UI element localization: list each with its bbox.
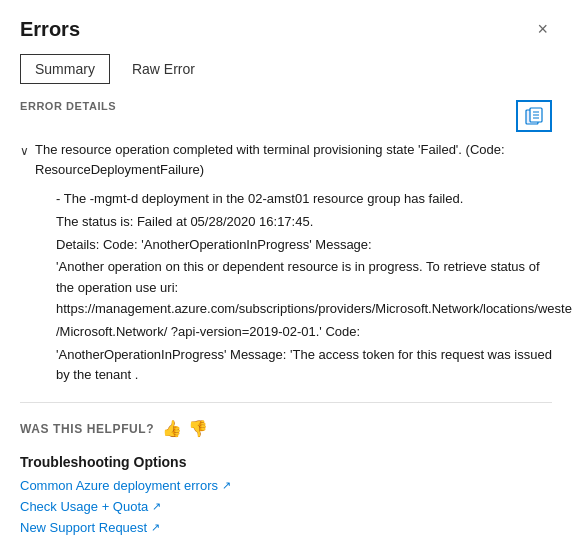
new-support-request-link[interactable]: New Support Request ↗ [20, 520, 552, 535]
troubleshooting-links: Common Azure deployment errors ↗ Check U… [20, 478, 552, 535]
error-main-row: ∨ The resource operation completed with … [20, 140, 552, 179]
dialog-title: Errors [20, 18, 80, 41]
error-detail-line6: 'AnotherOperationInProgress' Message: 'T… [56, 345, 552, 387]
external-link-icon-1: ↗ [222, 479, 231, 492]
errors-dialog: Errors × Summary Raw Error ERROR DETAILS… [0, 0, 572, 551]
tabs-container: Summary Raw Error [0, 54, 572, 84]
close-button[interactable]: × [533, 16, 552, 42]
thumbs-up-button[interactable]: 👍 [162, 419, 182, 438]
tab-raw-error[interactable]: Raw Error [118, 55, 209, 83]
external-link-icon-2: ↗ [152, 500, 161, 513]
error-details-header: ERROR DETAILS [0, 100, 572, 132]
error-detail-line2: The status is: Failed at 05/28/2020 16:1… [56, 212, 552, 233]
section-divider [20, 402, 552, 403]
error-detail-line4: 'Another operation on this or dependent … [56, 257, 552, 319]
troubleshooting-section: Troubleshooting Options Common Azure dep… [0, 454, 572, 535]
error-details-label: ERROR DETAILS [20, 100, 116, 112]
thumbs-down-button[interactable]: 👎 [188, 419, 208, 438]
common-azure-errors-link[interactable]: Common Azure deployment errors ↗ [20, 478, 552, 493]
copy-button[interactable] [516, 100, 552, 132]
error-main-text: The resource operation completed with te… [35, 140, 552, 179]
copy-icon [524, 106, 544, 126]
check-usage-quota-link[interactable]: Check Usage + Quota ↗ [20, 499, 552, 514]
error-detail-line3: Details: Code: 'AnotherOperationInProgre… [56, 235, 552, 256]
helpful-section: WAS THIS HELPFUL? 👍 👎 [0, 419, 572, 438]
troubleshooting-title: Troubleshooting Options [20, 454, 552, 470]
error-detail-block: - The -mgmt-d deployment in the 02-amst0… [56, 189, 552, 386]
helpful-label: WAS THIS HELPFUL? 👍 👎 [20, 419, 552, 438]
dialog-header: Errors × [0, 0, 572, 54]
error-detail-line1: - The -mgmt-d deployment in the 02-amst0… [56, 189, 552, 210]
helpful-icons: 👍 👎 [162, 419, 208, 438]
error-detail-line5: /Microsoft.Network/ ?api-version=2019-02… [56, 322, 552, 343]
error-content: ∨ The resource operation completed with … [0, 140, 572, 386]
chevron-icon: ∨ [20, 142, 29, 160]
tab-summary[interactable]: Summary [20, 54, 110, 84]
external-link-icon-3: ↗ [151, 521, 160, 534]
